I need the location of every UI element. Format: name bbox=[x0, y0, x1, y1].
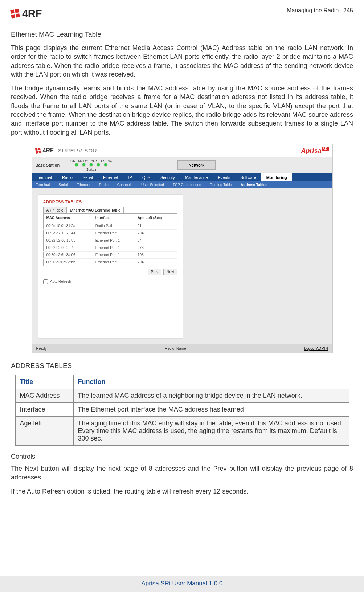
subnav-channels[interactable]: Channels bbox=[113, 181, 137, 188]
subnav-radio[interactable]: Radio bbox=[95, 181, 113, 188]
cell-iface: Radio Path bbox=[93, 222, 135, 229]
led-mode-icon bbox=[82, 163, 85, 166]
cell-iface: Ethernet Port 1 bbox=[93, 229, 135, 237]
nav-qos[interactable]: QoS bbox=[137, 173, 155, 181]
def-row: Interface The Ethernet port interface th… bbox=[15, 402, 349, 416]
def-title: MAC Address bbox=[15, 389, 73, 402]
subnav-address-tables[interactable]: Address Tables bbox=[236, 181, 272, 188]
led-label: AUX bbox=[91, 159, 98, 163]
nav-security[interactable]: Security bbox=[155, 173, 180, 181]
controls-paragraph-2: If the Auto Refresh option is ticked, th… bbox=[11, 487, 353, 496]
def-title: Age left bbox=[15, 416, 73, 445]
nav-maintenance[interactable]: Maintenance bbox=[180, 173, 213, 181]
nav-monitoring[interactable]: Monitoring bbox=[261, 173, 292, 181]
ss-basestation-label: Base Station bbox=[36, 163, 71, 167]
ss-status-leds: OK MODE AUX TX RX Status bbox=[70, 159, 112, 171]
ss-aprisa-logo: AprisaSR bbox=[301, 147, 329, 155]
status-radio: Radio: Name bbox=[165, 347, 186, 351]
ss-sub-nav: Terminal Serial Ethernet Radio Channels … bbox=[32, 181, 332, 188]
ss-content: ADDRESS TABLES ARP Table Ethernet MAC Le… bbox=[32, 188, 332, 344]
prev-button[interactable]: Prev bbox=[148, 269, 162, 275]
ss-main-nav: Terminal Radio Serial Ethernet IP QoS Se… bbox=[32, 173, 332, 181]
nav-ethernet[interactable]: Ethernet bbox=[98, 173, 123, 181]
def-col-title: Title bbox=[15, 375, 73, 389]
cell-iface: Ethernet Port 1 bbox=[93, 244, 135, 251]
nav-software[interactable]: Software bbox=[235, 173, 261, 181]
led-aux-icon bbox=[90, 163, 93, 166]
page-header: 4RF Managing the Radio | 245 bbox=[11, 7, 353, 20]
nav-radio[interactable]: Radio bbox=[57, 173, 78, 181]
nav-terminal[interactable]: Terminal bbox=[32, 173, 57, 181]
status-ready: Ready bbox=[36, 347, 47, 351]
nav-events[interactable]: Events bbox=[213, 173, 236, 181]
led-label: OK bbox=[70, 159, 75, 163]
logo-icon bbox=[10, 9, 20, 19]
ss-status-row: Base Station OK MODE AUX TX RX Status Ne… bbox=[32, 157, 332, 173]
brand-logo: 4RF bbox=[11, 7, 42, 20]
def-col-function: Function bbox=[73, 375, 349, 389]
table-row: 00:22:b2:00:15:83 Ethernet Port 1 84 bbox=[43, 237, 177, 244]
ss-supervisor-label: SUPERVISOR bbox=[58, 147, 97, 154]
ss-aprisa-sr: SR bbox=[322, 147, 329, 151]
supervisor-screenshot: 4RF SUPERVISOR AprisaSR Base Station OK … bbox=[32, 144, 333, 353]
cell-iface: Ethernet Port 1 bbox=[93, 237, 135, 244]
led-rx-icon bbox=[104, 163, 107, 166]
ss-logo-row: 4RF SUPERVISOR bbox=[36, 147, 97, 154]
table-row: 00:50:c2:6b:3a:06 Ethernet Port 1 105 bbox=[43, 251, 177, 258]
ss-statusbar: Ready Radio: Name Logout ADMIN bbox=[32, 344, 332, 353]
intro-paragraph-2: The bridge dynamically learns and builds… bbox=[11, 84, 353, 137]
cell-age: 84 bbox=[135, 237, 177, 244]
cell-age: 273 bbox=[135, 244, 177, 251]
nav-serial[interactable]: Serial bbox=[78, 173, 98, 181]
subnav-ethernet[interactable]: Ethernet bbox=[72, 181, 95, 188]
cell-age: 21 bbox=[135, 222, 177, 229]
nav-ip[interactable]: IP bbox=[123, 173, 137, 181]
brand-text: 4RF bbox=[22, 7, 42, 20]
ss-aprisa-text: Aprisa bbox=[301, 147, 322, 154]
ss-tabs: ARP Table Ethernet MAC Learning Table bbox=[43, 207, 177, 214]
table-row: 00:50:c2:6b:3d:bb Ethernet Port 1 294 bbox=[43, 258, 177, 266]
subnav-tcp-connections[interactable]: TCP Connections bbox=[168, 181, 205, 188]
intro-paragraph-1: This page displays the current Ethernet … bbox=[11, 44, 353, 79]
page-reference: Managing the Radio | 245 bbox=[287, 7, 353, 14]
led-label: RX bbox=[107, 159, 112, 163]
def-function: The aging time of this MAC entry will st… bbox=[73, 416, 349, 445]
cell-mac: 00:22:b2:00:15:83 bbox=[43, 237, 93, 244]
page-footer: Aprisa SRi User Manual 1.0.0 bbox=[0, 576, 364, 592]
subnav-serial[interactable]: Serial bbox=[54, 181, 72, 188]
subnav-terminal[interactable]: Terminal bbox=[32, 181, 54, 188]
led-ok-icon bbox=[75, 163, 78, 166]
cell-age: 294 bbox=[135, 258, 177, 266]
led-label: MODE bbox=[78, 159, 88, 163]
mac-learning-table: MAC Address Interface Age Left (Sec) 00:… bbox=[43, 213, 177, 266]
ss-topbar: 4RF SUPERVISOR AprisaSR bbox=[32, 144, 332, 157]
address-tables-heading: ADDRESS TABLES bbox=[11, 362, 353, 370]
cell-mac: 00:50:c2:6b:3d:bb bbox=[43, 258, 93, 266]
tab-arp-table[interactable]: ARP Table bbox=[43, 207, 67, 214]
next-button[interactable]: Next bbox=[163, 269, 177, 275]
definition-table: Title Function MAC Address The learned M… bbox=[15, 375, 349, 446]
tab-ethernet-mac-learning[interactable]: Ethernet MAC Learning Table bbox=[66, 207, 123, 214]
subnav-user-selected[interactable]: User Selected bbox=[137, 181, 168, 188]
auto-refresh-checkbox[interactable] bbox=[43, 279, 48, 284]
auto-refresh-label: Auto Refresh bbox=[50, 279, 71, 283]
cell-age: 294 bbox=[135, 229, 177, 237]
def-function: The Ethernet port interface the MAC addr… bbox=[73, 402, 349, 416]
def-function: The learned MAC address of a neighboring… bbox=[73, 389, 349, 402]
led-label: TX bbox=[101, 159, 105, 163]
network-button[interactable]: Network bbox=[177, 160, 216, 170]
def-row: Age left The aging time of this MAC entr… bbox=[15, 416, 349, 445]
col-age-left: Age Left (Sec) bbox=[135, 213, 177, 222]
cell-mac: 00:50:c2:6b:3a:06 bbox=[43, 251, 93, 258]
ss-brand: 4RF bbox=[43, 147, 54, 154]
table-row: 00:0c:10:0b:31:2a Radio Path 21 bbox=[43, 222, 177, 229]
subnav-routing-table[interactable]: Routing Table bbox=[205, 181, 236, 188]
ss-panel-title: ADDRESS TABLES bbox=[43, 200, 177, 204]
led-tx-icon bbox=[97, 163, 100, 166]
logout-link[interactable]: Logout ADMIN bbox=[304, 347, 328, 351]
cell-age: 105 bbox=[135, 251, 177, 258]
col-mac-address: MAC Address bbox=[43, 213, 93, 222]
ss-status-label: Status bbox=[86, 168, 97, 171]
controls-paragraph-1: The Next button will display the next pa… bbox=[11, 464, 353, 482]
table-row: 00:0e:d7:10:75:41 Ethernet Port 1 294 bbox=[43, 229, 177, 237]
